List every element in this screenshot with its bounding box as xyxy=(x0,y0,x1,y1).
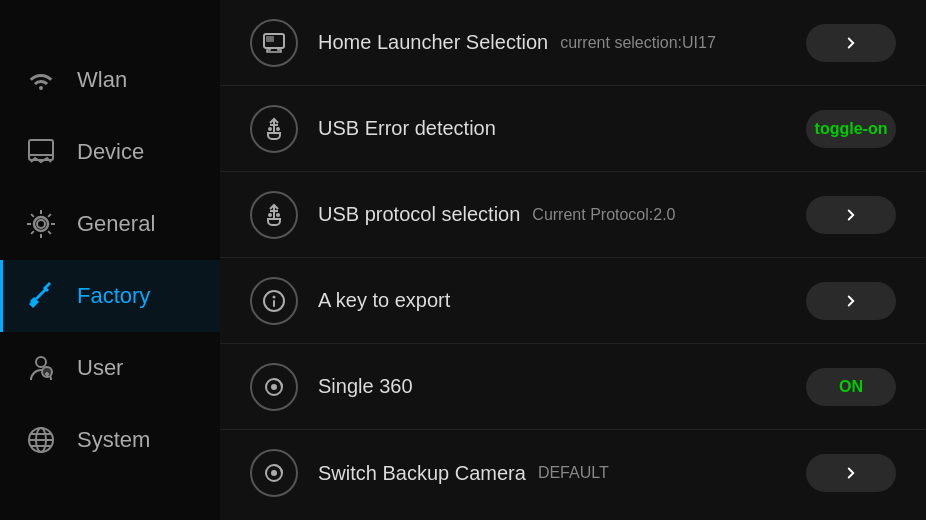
svg-point-15 xyxy=(268,213,272,217)
usb-protocol-row[interactable]: USB protocol selection Current Protocol:… xyxy=(220,172,926,258)
sidebar-item-wlan-label: Wlan xyxy=(77,67,127,93)
a-key-export-title: A key to export xyxy=(318,289,450,312)
globe-icon xyxy=(23,422,59,458)
sidebar-item-device-label: Device xyxy=(77,139,144,165)
a-key-export-row[interactable]: A key to export xyxy=(220,258,926,344)
a-key-export-control[interactable] xyxy=(806,282,896,320)
single-360-row[interactable]: Single 360 ON xyxy=(220,344,926,430)
usb-error-icon xyxy=(250,105,298,153)
main-content: Home Launcher Selection current selectio… xyxy=(220,0,926,520)
svg-point-23 xyxy=(271,470,277,476)
sidebar-item-wlan[interactable]: Wlan xyxy=(0,44,220,116)
sidebar-item-general[interactable]: General xyxy=(0,188,220,260)
info-icon xyxy=(250,277,298,325)
usb-error-control[interactable]: toggle-on xyxy=(806,110,896,148)
user-icon xyxy=(23,350,59,386)
svg-rect-12 xyxy=(266,36,274,42)
usb-protocol-arrow[interactable] xyxy=(806,196,896,234)
sidebar-item-user-label: User xyxy=(77,355,123,381)
single-360-control[interactable]: ON xyxy=(806,368,896,406)
sidebar-item-system[interactable]: System xyxy=(0,404,220,476)
svg-point-13 xyxy=(268,127,272,131)
switch-backup-arrow[interactable] xyxy=(806,454,896,492)
usb-protocol-title: USB protocol selection xyxy=(318,203,520,226)
wrench-icon xyxy=(23,278,59,314)
svg-point-21 xyxy=(271,384,277,390)
home-launcher-icon xyxy=(250,19,298,67)
home-launcher-arrow[interactable] xyxy=(806,24,896,62)
svg-point-4 xyxy=(36,357,46,367)
usb-protocol-icon xyxy=(250,191,298,239)
camera360-icon xyxy=(250,363,298,411)
sidebar-item-factory-label: Factory xyxy=(77,283,150,309)
usb-protocol-text: USB protocol selection Current Protocol:… xyxy=(318,203,806,226)
sidebar-item-general-label: General xyxy=(77,211,155,237)
backup-camera-icon xyxy=(250,449,298,497)
wifi-icon xyxy=(23,62,59,98)
switch-backup-text: Switch Backup Camera DEFAULT xyxy=(318,462,806,485)
switch-backup-subtitle: DEFAULT xyxy=(538,464,609,482)
svg-point-2 xyxy=(37,220,45,228)
sidebar-item-factory[interactable]: Factory xyxy=(0,260,220,332)
switch-backup-title: Switch Backup Camera xyxy=(318,462,526,485)
usb-protocol-control[interactable] xyxy=(806,196,896,234)
home-launcher-row[interactable]: Home Launcher Selection current selectio… xyxy=(220,0,926,86)
home-launcher-subtitle: current selection:UI17 xyxy=(560,34,716,52)
usb-error-toggle[interactable]: toggle-on xyxy=(806,110,896,148)
svg-point-16 xyxy=(276,213,280,217)
switch-backup-control[interactable] xyxy=(806,454,896,492)
single-360-title: Single 360 xyxy=(318,375,413,398)
svg-point-14 xyxy=(276,127,280,131)
home-launcher-control[interactable] xyxy=(806,24,896,62)
usb-protocol-subtitle: Current Protocol:2.0 xyxy=(532,206,675,224)
home-launcher-title: Home Launcher Selection xyxy=(318,31,548,54)
a-key-export-text: A key to export xyxy=(318,289,806,312)
sidebar: Wlan Device General xyxy=(0,0,220,520)
usb-error-row[interactable]: USB Error detection toggle-on xyxy=(220,86,926,172)
usb-error-text: USB Error detection xyxy=(318,117,806,140)
home-launcher-text: Home Launcher Selection current selectio… xyxy=(318,31,806,54)
sidebar-item-user[interactable]: User xyxy=(0,332,220,404)
usb-error-title: USB Error detection xyxy=(318,117,496,140)
switch-backup-row[interactable]: Switch Backup Camera DEFAULT xyxy=(220,430,926,516)
gear-icon xyxy=(23,206,59,242)
sidebar-item-system-label: System xyxy=(77,427,150,453)
single-360-toggle[interactable]: ON xyxy=(806,368,896,406)
sidebar-item-device[interactable]: Device xyxy=(0,116,220,188)
svg-rect-0 xyxy=(29,140,53,160)
single-360-text: Single 360 xyxy=(318,375,806,398)
device-icon xyxy=(23,134,59,170)
a-key-export-arrow[interactable] xyxy=(806,282,896,320)
